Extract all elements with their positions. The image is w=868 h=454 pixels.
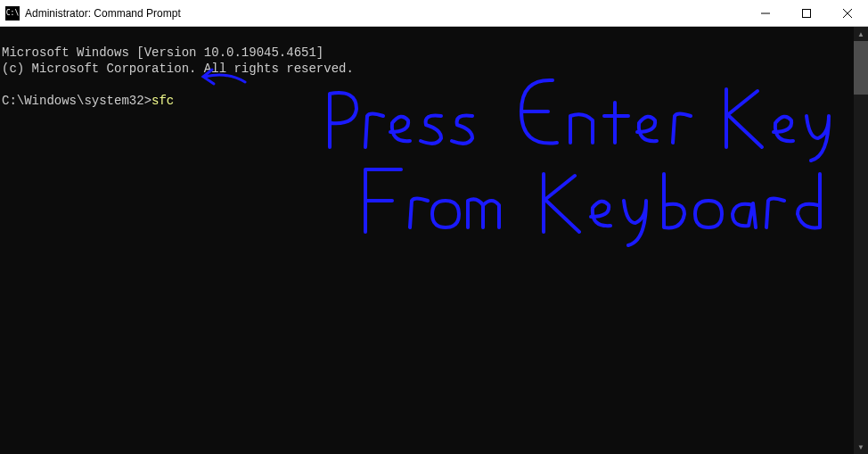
prompt-path: C:\Windows\system32> — [2, 93, 151, 109]
terminal-line: Microsoft Windows [Version 10.0.19045.46… — [2, 45, 323, 60]
close-button[interactable] — [827, 0, 868, 26]
scroll-up-arrow-icon[interactable]: ▲ — [854, 27, 868, 41]
minimize-button[interactable] — [745, 0, 786, 26]
command-prompt-window: C:\ Administrator: Command Prompt Micros… — [0, 0, 868, 454]
terminal-content[interactable]: Microsoft Windows [Version 10.0.19045.46… — [0, 27, 854, 454]
maximize-button[interactable] — [786, 0, 827, 26]
window-title: Administrator: Command Prompt — [25, 7, 745, 20]
window-controls — [745, 0, 868, 26]
vertical-scrollbar[interactable]: ▲ ▼ — [854, 27, 868, 454]
terminal-area[interactable]: Microsoft Windows [Version 10.0.19045.46… — [0, 27, 868, 454]
scrollbar-track[interactable] — [854, 41, 868, 440]
svg-rect-1 — [803, 9, 811, 17]
scrollbar-thumb[interactable] — [854, 41, 868, 95]
terminal-line: (c) Microsoft Corporation. All rights re… — [2, 62, 354, 76]
titlebar[interactable]: C:\ Administrator: Command Prompt — [0, 0, 868, 27]
prompt-command: sfc — [151, 93, 174, 109]
app-icon: C:\ — [5, 6, 20, 21]
scroll-down-arrow-icon[interactable]: ▼ — [854, 440, 868, 454]
app-icon-text: C:\ — [6, 10, 19, 17]
